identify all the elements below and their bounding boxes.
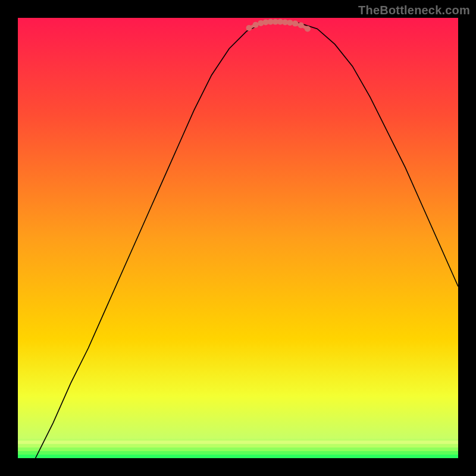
gradient-background <box>18 18 458 458</box>
plot-frame <box>18 18 458 458</box>
bottom-stripe-bands <box>18 440 458 458</box>
svg-point-5 <box>246 25 252 31</box>
svg-point-6 <box>253 22 259 28</box>
svg-rect-0 <box>18 440 458 444</box>
svg-rect-2 <box>18 447 458 451</box>
svg-point-14 <box>292 21 298 27</box>
svg-rect-4 <box>18 455 458 458</box>
plot-svg <box>18 18 458 458</box>
svg-rect-1 <box>18 444 458 447</box>
svg-rect-3 <box>18 451 458 455</box>
svg-point-16 <box>305 26 311 32</box>
watermark-text: TheBottleneck.com <box>358 4 470 17</box>
svg-point-15 <box>298 23 304 29</box>
svg-point-13 <box>287 20 293 26</box>
chart-stage: TheBottleneck.com <box>0 0 476 476</box>
